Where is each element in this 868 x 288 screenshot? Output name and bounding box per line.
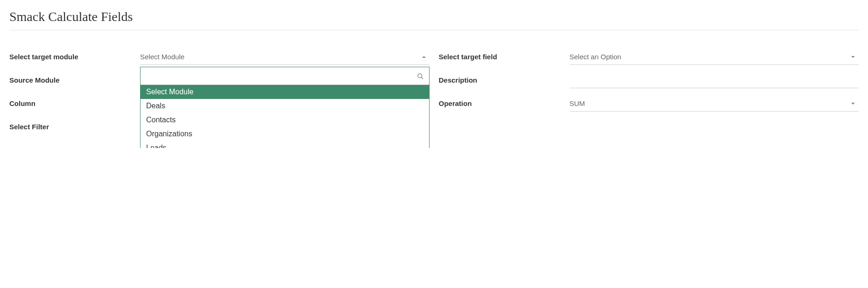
dropdown-option-leads[interactable]: Leads <box>141 141 429 148</box>
label-operation: Operation <box>439 96 570 107</box>
description-input[interactable] <box>570 72 859 88</box>
operation-value: SUM <box>570 99 585 107</box>
row-description: Description <box>439 72 859 92</box>
chevron-down-icon <box>851 103 855 105</box>
dropdown-option-select-module[interactable]: Select Module <box>141 85 429 99</box>
search-icon <box>417 73 423 79</box>
page-title: Smack Calculate Fields <box>9 9 859 30</box>
label-select-filter: Select Filter <box>9 119 140 131</box>
target-module-control: Select Module Select Module Deals <box>140 49 430 65</box>
target-field-placeholder: Select an Option <box>570 53 621 61</box>
row-operation: Operation SUM <box>439 96 859 115</box>
operation-select[interactable]: SUM <box>570 96 859 112</box>
target-module-placeholder: Select Module <box>140 53 184 61</box>
row-target-field: Select target field Select an Option <box>439 49 859 69</box>
label-target-field: Select target field <box>439 49 570 61</box>
dropdown-option-organizations[interactable]: Organizations <box>141 127 429 141</box>
dropdown-option-deals[interactable]: Deals <box>141 99 429 113</box>
label-description: Description <box>439 72 570 84</box>
target-field-select[interactable]: Select an Option <box>570 49 859 65</box>
description-control <box>570 72 859 88</box>
left-column: Select target module Select Module <box>9 49 430 139</box>
target-module-dropdown: Select Module Deals Contacts Organizatio… <box>140 67 430 148</box>
dropdown-list[interactable]: Select Module Deals Contacts Organizatio… <box>141 85 429 148</box>
dropdown-option-contacts[interactable]: Contacts <box>141 113 429 127</box>
target-module-select[interactable]: Select Module <box>140 49 430 65</box>
operation-control: SUM <box>570 96 859 112</box>
form-container: Select target module Select Module <box>9 49 859 139</box>
dropdown-search-wrap <box>141 67 429 85</box>
svg-line-1 <box>421 77 423 79</box>
chevron-up-icon <box>422 56 426 58</box>
label-column: Column <box>9 96 140 107</box>
label-source-module: Source Module <box>9 72 140 84</box>
label-target-module: Select target module <box>9 49 140 61</box>
svg-point-0 <box>417 73 422 77</box>
row-target-module: Select target module Select Module <box>9 49 430 69</box>
chevron-down-icon <box>851 56 855 58</box>
target-field-control: Select an Option <box>570 49 859 65</box>
dropdown-search-input[interactable] <box>141 67 429 84</box>
right-column: Select target field Select an Option Des… <box>439 49 859 139</box>
